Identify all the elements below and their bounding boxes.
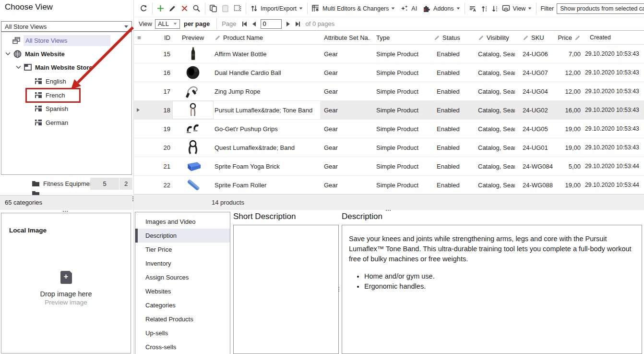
grid-menu-icon[interactable]: ≡ [135,34,141,41]
product-sku[interactable]: 24-UG02 [515,101,556,119]
tab-tier-price[interactable]: Tier Price [135,243,230,256]
tab-description[interactable]: Description [135,229,230,243]
product-visibility[interactable]: Catalog, Search [471,120,515,138]
product-status[interactable]: Enabled [430,120,471,138]
product-name[interactable]: Sprite Foam Yoga Brick [214,157,320,175]
edit-button[interactable] [168,4,177,12]
chevron-down-icon[interactable] [5,52,11,56]
tab-websites[interactable]: Websites [135,284,230,298]
column-header-created[interactable]: Created [583,31,644,44]
move-up-button[interactable] [481,5,488,12]
product-sku[interactable]: 24-UG06 [515,45,556,63]
delete-button[interactable] [180,4,189,12]
tab-related-products[interactable]: Related Products [135,312,230,326]
product-name[interactable]: Quest Lumaflex&trade; Band [214,138,320,157]
import-export-button[interactable]: Import/Export [250,4,303,12]
column-header-id[interactable]: ID [143,31,172,44]
column-header-price[interactable]: Price [556,31,583,44]
splitter-handle[interactable] [338,287,339,292]
page-number-input[interactable] [261,19,282,29]
product-price[interactable]: 12,00 [556,63,583,82]
column-header-type[interactable]: Type [370,31,430,44]
product-name[interactable]: Zing Jump Rope [214,82,320,100]
tab-cross-sells[interactable]: Cross-sells [135,340,230,354]
table-row-product-17[interactable]: 17Zing Jump RopeGearSimple ProductEnable… [134,82,644,101]
description-editor[interactable]: Save your knees and joints while strengt… [342,225,642,354]
product-price[interactable]: 12,00 [556,82,583,100]
tree-item-all-store-views[interactable]: All Store Views [2,34,131,47]
product-name[interactable]: Pursuit Lumaflex&trade; Tone Band [214,101,320,119]
column-header-preview[interactable]: Preview [172,31,214,44]
product-sku[interactable]: 24-WG088 [515,176,556,194]
table-row-product-16[interactable]: 16Dual Handle Cardio BallGearSimple Prod… [134,63,644,82]
column-header-visibility[interactable]: Visibility [471,31,515,44]
splitter-handle[interactable] [132,196,133,201]
product-sku[interactable]: 24-UG04 [515,82,556,100]
tab-images-and-video[interactable]: Images and Video [135,215,230,229]
store-views-dropdown[interactable]: All Store Views [1,21,132,32]
table-row-product-18[interactable]: 18Pursuit Lumaflex&trade; Tone BandGearS… [134,101,644,120]
product-price[interactable]: 16,00 [556,101,583,119]
tree-item-main-website[interactable]: Main Website [2,47,131,61]
ai-button[interactable]: AI [400,5,417,12]
product-name[interactable]: Sprite Foam Roller [214,176,320,194]
tab-categories[interactable]: Categories [135,298,230,312]
last-page-button[interactable] [296,22,300,26]
tree-item-main-website-store[interactable]: Main Website Store [2,61,131,74]
prev-page-button[interactable] [252,22,256,26]
table-row-product-21[interactable]: 21Sprite Foam Yoga BrickGearSimple Produ… [134,157,644,176]
per-page-dropdown[interactable]: ALL [155,19,180,29]
column-header-sku[interactable]: SKU [515,31,556,44]
product-visibility[interactable]: Catalog, Search [471,176,515,194]
product-price[interactable]: 5,00 [556,157,583,175]
product-status[interactable]: Enabled [430,45,471,63]
product-name[interactable]: Go-Get'r Pushup Grips [214,120,320,138]
paste-button[interactable] [221,4,229,12]
splitter-handle[interactable] [386,210,391,211]
product-status[interactable]: Enabled [430,157,471,175]
table-row-product-15[interactable]: 15Affirm Water BottleGearSimple ProductE… [134,45,644,63]
product-status[interactable]: Enabled [430,176,471,194]
multi-editors-button[interactable]: Multi Editors & Changers [311,4,395,12]
product-visibility[interactable]: Catalog, Search [471,82,515,100]
product-visibility[interactable]: Catalog, Search [471,101,515,119]
paste-special-button[interactable] [233,4,241,12]
image-drop-zone[interactable]: Drop image here Preview image [1,271,131,306]
table-row-product-19[interactable]: 19Go-Get'r Pushup GripsGearSimple Produc… [134,120,644,138]
addons-button[interactable]: Addons [422,4,460,12]
tree-item-spanish[interactable]: Spanish [2,102,131,115]
first-page-button[interactable] [242,22,247,26]
product-name[interactable]: Dual Handle Cardio Ball [214,63,320,82]
product-visibility[interactable]: Catalog, Search [471,63,515,82]
product-status[interactable]: Enabled [430,138,471,157]
tree-item-french[interactable]: French [2,88,131,102]
product-status[interactable]: Enabled [430,82,471,100]
view-button[interactable]: View [502,4,532,12]
table-row-product-20[interactable]: 20Quest Lumaflex&trade; BandGearSimple P… [134,138,644,157]
filter-dropdown[interactable]: Show products from selected categories [557,3,644,14]
tab-assign-sources[interactable]: Assign Sources [135,270,230,284]
add-button[interactable] [156,4,165,12]
product-status[interactable]: Enabled [430,63,471,82]
chevron-down-icon[interactable] [16,65,21,69]
table-row-product-22[interactable]: 22Sprite Foam RollerGearSimple ProductEn… [134,176,644,195]
product-sku[interactable]: 24-UG05 [515,120,556,138]
product-sku[interactable]: 24-UG01 [515,138,556,157]
sort-button[interactable] [469,5,477,12]
move-down-button[interactable] [491,5,498,12]
tab-inventory[interactable]: Inventory [135,256,230,270]
splitter-handle[interactable] [63,211,68,212]
column-header-product-name[interactable]: Product Name [214,31,320,44]
product-visibility[interactable]: Catalog, Search [471,138,515,157]
refresh-button[interactable] [140,4,148,12]
tab-up-sells[interactable]: Up-sells [135,326,230,340]
product-price[interactable]: 19,00 [556,120,583,138]
column-header-attribute-set[interactable]: Attribute Set Na... [320,31,370,44]
short-description-editor[interactable] [233,225,339,354]
product-visibility[interactable]: Catalog, Search [471,157,515,175]
tree-item-german[interactable]: German [2,116,131,129]
product-sku[interactable]: 24-WG084 [515,157,556,175]
next-page-button[interactable] [286,22,290,26]
product-sku[interactable]: 24-UG07 [515,63,556,82]
product-visibility[interactable]: Catalog, Search [471,45,515,63]
